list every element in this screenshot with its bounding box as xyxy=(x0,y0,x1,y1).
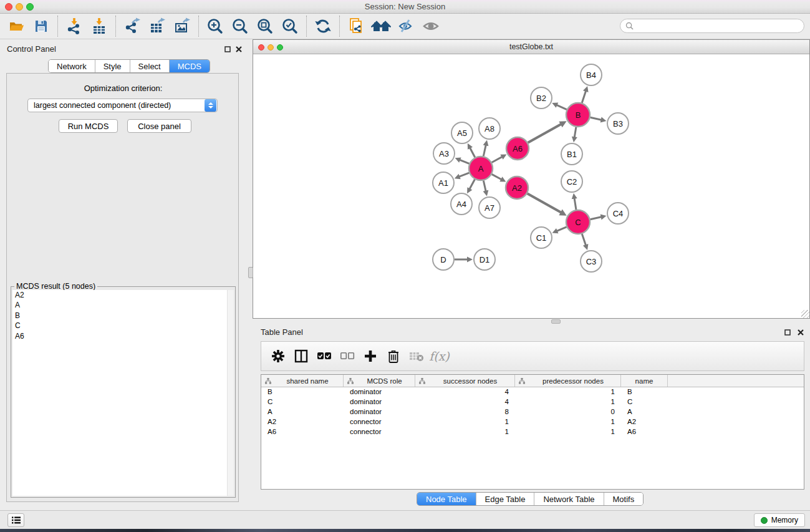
add-column-button[interactable] xyxy=(359,345,382,367)
show-panels-button[interactable] xyxy=(7,513,24,527)
run-mcds-button[interactable]: Run MCDS xyxy=(59,119,118,133)
home-button[interactable] xyxy=(369,15,393,37)
mcds-result-item[interactable]: C xyxy=(12,321,234,331)
table-cell[interactable]: A xyxy=(621,407,668,417)
edge-A-A1[interactable] xyxy=(458,173,469,177)
table-cell[interactable]: connector xyxy=(344,427,415,437)
column-header-successor-nodes[interactable]: successor nodes xyxy=(415,375,515,387)
tab-network[interactable]: Network xyxy=(49,60,95,72)
table-cell[interactable]: A xyxy=(261,407,344,417)
delete-table-button[interactable] xyxy=(405,345,428,367)
close-panel-button[interactable]: Close panel xyxy=(127,119,191,133)
tab-motifs[interactable]: Motifs xyxy=(604,493,644,505)
table-cell[interactable]: 1 xyxy=(515,417,621,427)
table-cell[interactable]: C xyxy=(261,397,344,407)
edge-B-B3[interactable] xyxy=(591,117,602,120)
edge-A-A5[interactable] xyxy=(470,147,475,157)
zoom-selected-button[interactable] xyxy=(277,15,302,37)
edge-A-A3[interactable] xyxy=(459,160,469,164)
tab-style[interactable]: Style xyxy=(95,60,130,72)
mcds-list-scrollbar[interactable] xyxy=(227,290,234,496)
vertical-splitter-handle[interactable] xyxy=(248,267,253,278)
toggle-graphics-details-button[interactable] xyxy=(393,15,418,37)
table-cell[interactable]: A6 xyxy=(621,427,668,437)
mcds-result-item[interactable]: A6 xyxy=(12,331,234,341)
tab-node-table[interactable]: Node Table xyxy=(417,493,476,505)
table-row[interactable]: A2connector11A2 xyxy=(261,417,804,427)
table-cell[interactable]: C xyxy=(621,397,668,407)
table-row[interactable]: Bdominator41B xyxy=(261,387,804,397)
table-row[interactable]: Adominator80A xyxy=(261,407,804,417)
column-header-shared-name[interactable]: shared name xyxy=(261,375,344,387)
mcds-result-item[interactable]: A2 xyxy=(12,290,234,300)
table-cell[interactable]: 4 xyxy=(415,387,515,397)
column-layout-button[interactable] xyxy=(289,345,312,367)
edge-C-C2[interactable] xyxy=(574,198,576,210)
new-session-button[interactable] xyxy=(344,15,369,37)
table-cell[interactable]: 4 xyxy=(415,397,515,407)
resize-gripper[interactable] xyxy=(801,310,809,318)
table-cell[interactable]: A2 xyxy=(261,417,344,427)
function-builder-button[interactable]: f(x) xyxy=(428,345,451,367)
edge-C-C1[interactable] xyxy=(556,227,567,231)
network-canvas[interactable]: AA1A3A4A5A7A8A6A2BB1B2B3B4CC1C2C3C4DD1 xyxy=(253,54,809,318)
table-cell[interactable]: A2 xyxy=(621,417,668,427)
tab-select[interactable]: Select xyxy=(130,60,170,72)
tab-edge-table[interactable]: Edge Table xyxy=(476,493,535,505)
edge-A-A6[interactable] xyxy=(492,157,503,163)
zoom-in-button[interactable] xyxy=(203,15,228,37)
open-session-button[interactable] xyxy=(4,15,29,37)
zoom-fit-button[interactable] xyxy=(253,15,277,37)
table-cell[interactable]: 1 xyxy=(515,397,621,407)
import-network-button[interactable] xyxy=(62,15,87,37)
column-header-predecessor-nodes[interactable]: predecessor nodes xyxy=(515,375,621,387)
table-cell[interactable]: dominator xyxy=(344,387,415,397)
edge-A-A8[interactable] xyxy=(483,144,486,156)
tab-mcds[interactable]: MCDS xyxy=(170,60,210,72)
edge-B-B1[interactable] xyxy=(574,127,576,138)
table-row[interactable]: Cdominator41C xyxy=(261,397,804,407)
edge-B-B2[interactable] xyxy=(556,105,567,110)
table-cell[interactable]: A6 xyxy=(261,427,344,437)
column-header-MCDS-role[interactable]: MCDS role xyxy=(344,375,415,387)
table-cell[interactable]: 1 xyxy=(515,387,621,397)
table-cell[interactable]: 0 xyxy=(515,407,621,417)
table-cell[interactable]: 1 xyxy=(415,417,515,427)
deselect-all-button[interactable] xyxy=(335,345,359,367)
select-all-button[interactable] xyxy=(312,345,335,367)
refresh-button[interactable] xyxy=(311,15,335,37)
criterion-dropdown[interactable]: largest connected component (directed) xyxy=(27,99,218,112)
zoom-out-button[interactable] xyxy=(228,15,253,37)
show-hide-panel-button[interactable] xyxy=(418,15,443,37)
save-session-button[interactable] xyxy=(29,15,54,37)
table-settings-button[interactable] xyxy=(266,345,289,367)
table-panel-close-button[interactable] xyxy=(796,328,805,337)
toolbar-search[interactable] xyxy=(620,19,804,33)
control-panel-float-button[interactable] xyxy=(223,45,232,54)
table-row[interactable]: A6connector11A6 xyxy=(261,427,804,437)
edge-A-A7[interactable] xyxy=(483,181,486,192)
table-cell[interactable]: 8 xyxy=(415,407,515,417)
edge-A2-C[interactable] xyxy=(528,193,562,213)
export-network-button[interactable] xyxy=(120,15,145,37)
edge-A-A4[interactable] xyxy=(469,180,475,190)
edge-A-A2[interactable] xyxy=(492,174,503,180)
table-cell[interactable]: B xyxy=(621,387,668,397)
edge-A6-B[interactable] xyxy=(528,124,562,143)
horizontal-splitter-handle[interactable] xyxy=(551,319,561,324)
table-cell[interactable]: dominator xyxy=(344,407,415,417)
edge-C-C4[interactable] xyxy=(591,217,602,220)
export-table-button[interactable] xyxy=(145,15,170,37)
mcds-result-item[interactable]: B xyxy=(12,311,234,321)
table-cell[interactable]: dominator xyxy=(344,397,415,407)
search-input[interactable] xyxy=(637,22,799,31)
column-header-name[interactable]: name xyxy=(621,375,668,387)
control-panel-close-button[interactable] xyxy=(234,45,243,54)
network-frame-titlebar[interactable]: testGlobe.txt xyxy=(253,40,809,54)
edge-C-C3[interactable] xyxy=(582,234,586,246)
edge-B-B4[interactable] xyxy=(582,90,586,103)
table-cell[interactable]: B xyxy=(261,387,344,397)
tab-network-table[interactable]: Network Table xyxy=(534,493,604,505)
export-image-button[interactable] xyxy=(170,15,195,37)
memory-button[interactable]: Memory xyxy=(754,513,805,527)
